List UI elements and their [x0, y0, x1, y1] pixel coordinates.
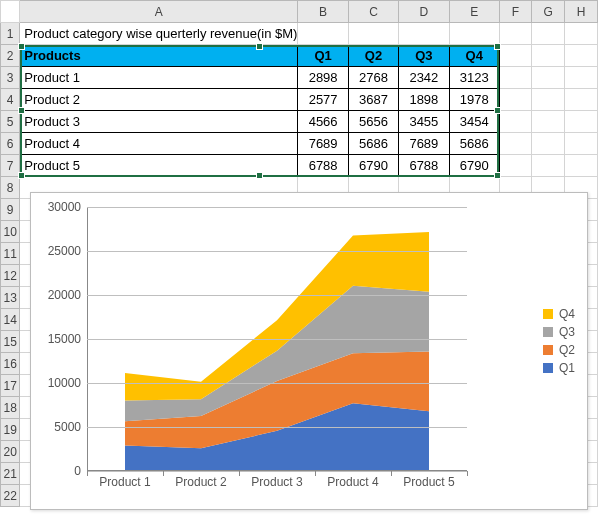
cell-F6[interactable] [499, 133, 531, 155]
row-header-10[interactable]: 10 [1, 221, 20, 243]
row-header-18[interactable]: 18 [1, 397, 20, 419]
cell-E7[interactable]: 6790 [449, 155, 499, 177]
cell-E1[interactable] [449, 23, 499, 45]
cell-H6[interactable] [565, 133, 598, 155]
cell-H2[interactable] [565, 45, 598, 67]
cell-B2[interactable]: Q1 [298, 45, 348, 67]
cell-H5[interactable] [565, 111, 598, 133]
cell-F3[interactable] [499, 67, 531, 89]
row-header-9[interactable]: 9 [1, 199, 20, 221]
row-header-4[interactable]: 4 [1, 89, 20, 111]
column-header-B[interactable]: B [298, 1, 348, 23]
cell-A7[interactable]: Product 5 [20, 155, 298, 177]
row-header-2[interactable]: 2 [1, 45, 20, 67]
cell-D3[interactable]: 2342 [399, 67, 449, 89]
cell-G7[interactable] [531, 155, 564, 177]
cell-C2[interactable]: Q2 [348, 45, 398, 67]
stacked-area-chart[interactable]: 050001000015000200002500030000Product 1P… [30, 192, 588, 510]
cell-E2[interactable]: Q4 [449, 45, 499, 67]
row-header-22[interactable]: 22 [1, 485, 20, 507]
row-header-19[interactable]: 19 [1, 419, 20, 441]
cell-D1[interactable] [399, 23, 449, 45]
cell-F7[interactable] [499, 155, 531, 177]
cell-E4[interactable]: 1978 [449, 89, 499, 111]
cell-B5[interactable]: 4566 [298, 111, 348, 133]
cell-C3[interactable]: 2768 [348, 67, 398, 89]
y-axis-label: 15000 [48, 332, 81, 346]
legend-item-Q2: Q2 [543, 343, 575, 357]
cell-A1[interactable]: Product category wise querterly revenue(… [20, 23, 298, 45]
cell-G1[interactable] [531, 23, 564, 45]
cell-B1[interactable] [298, 23, 348, 45]
cell-C5[interactable]: 5656 [348, 111, 398, 133]
column-header-A[interactable]: A [20, 1, 298, 23]
column-header-F[interactable]: F [499, 1, 531, 23]
cell-G6[interactable] [531, 133, 564, 155]
row-header-8[interactable]: 8 [1, 177, 20, 199]
cell-F1[interactable] [499, 23, 531, 45]
column-header-D[interactable]: D [399, 1, 449, 23]
row-header-13[interactable]: 13 [1, 287, 20, 309]
column-header-G[interactable]: G [531, 1, 564, 23]
cell-A5[interactable]: Product 3 [20, 111, 298, 133]
cell-D6[interactable]: 7689 [399, 133, 449, 155]
column-header-E[interactable]: E [449, 1, 499, 23]
cell-B6[interactable]: 7689 [298, 133, 348, 155]
row-header-17[interactable]: 17 [1, 375, 20, 397]
cell-D2[interactable]: Q3 [399, 45, 449, 67]
x-tick [391, 471, 392, 476]
cell-H7[interactable] [565, 155, 598, 177]
cell-H4[interactable] [565, 89, 598, 111]
legend-swatch [543, 309, 553, 319]
row-header-21[interactable]: 21 [1, 463, 20, 485]
cell-B4[interactable]: 2577 [298, 89, 348, 111]
x-tick [163, 471, 164, 476]
cell-G3[interactable] [531, 67, 564, 89]
cell-E3[interactable]: 3123 [449, 67, 499, 89]
cell-H3[interactable] [565, 67, 598, 89]
row-header-3[interactable]: 3 [1, 67, 20, 89]
y-axis-label: 20000 [48, 288, 81, 302]
plot-area: 050001000015000200002500030000Product 1P… [87, 207, 467, 471]
row-header-5[interactable]: 5 [1, 111, 20, 133]
row-header-11[interactable]: 11 [1, 243, 20, 265]
cell-G5[interactable] [531, 111, 564, 133]
cell-B3[interactable]: 2898 [298, 67, 348, 89]
cell-G2[interactable] [531, 45, 564, 67]
cell-F2[interactable] [499, 45, 531, 67]
gridline [87, 427, 467, 428]
cell-F4[interactable] [499, 89, 531, 111]
row-header-6[interactable]: 6 [1, 133, 20, 155]
row-header-15[interactable]: 15 [1, 331, 20, 353]
cell-D5[interactable]: 3455 [399, 111, 449, 133]
cell-C6[interactable]: 5686 [348, 133, 398, 155]
column-header-H[interactable]: H [565, 1, 598, 23]
row-header-20[interactable]: 20 [1, 441, 20, 463]
cell-H1[interactable] [565, 23, 598, 45]
cell-C7[interactable]: 6790 [348, 155, 398, 177]
cell-A6[interactable]: Product 4 [20, 133, 298, 155]
row-header-7[interactable]: 7 [1, 155, 20, 177]
cell-A4[interactable]: Product 2 [20, 89, 298, 111]
select-all-corner[interactable] [1, 1, 20, 23]
cell-A3[interactable]: Product 1 [20, 67, 298, 89]
cell-F5[interactable] [499, 111, 531, 133]
cell-D7[interactable]: 6788 [399, 155, 449, 177]
cell-D4[interactable]: 1898 [399, 89, 449, 111]
cell-A2[interactable]: Products [20, 45, 298, 67]
cell-C1[interactable] [348, 23, 398, 45]
cell-G4[interactable] [531, 89, 564, 111]
row-header-16[interactable]: 16 [1, 353, 20, 375]
cell-E5[interactable]: 3454 [449, 111, 499, 133]
column-header-C[interactable]: C [348, 1, 398, 23]
cell-C4[interactable]: 3687 [348, 89, 398, 111]
row-header-1[interactable]: 1 [1, 23, 20, 45]
y-axis-label: 25000 [48, 244, 81, 258]
row-header-14[interactable]: 14 [1, 309, 20, 331]
cell-E6[interactable]: 5686 [449, 133, 499, 155]
x-tick [239, 471, 240, 476]
gridline [87, 295, 467, 296]
cell-B7[interactable]: 6788 [298, 155, 348, 177]
row-header-12[interactable]: 12 [1, 265, 20, 287]
legend-label: Q2 [559, 343, 575, 357]
